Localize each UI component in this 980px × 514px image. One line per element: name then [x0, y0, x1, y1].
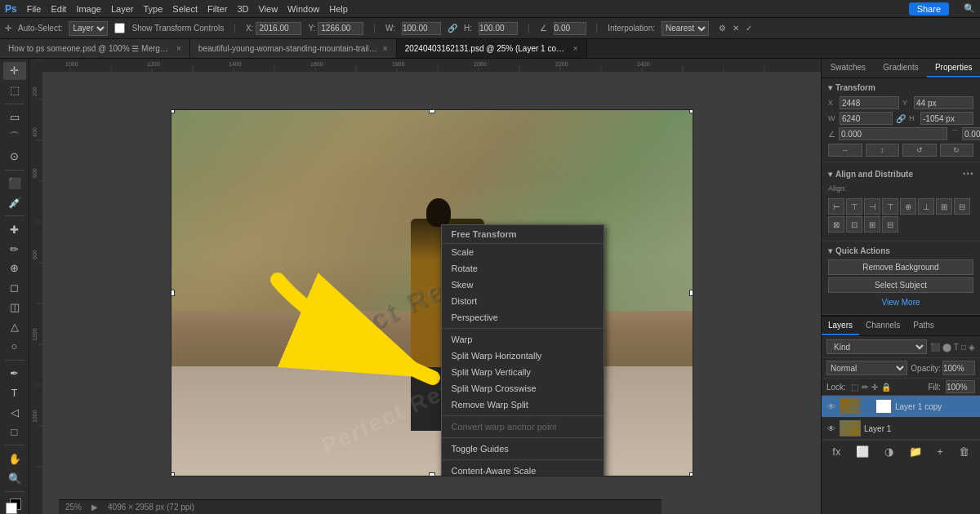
menu-split-warp-v[interactable]: Split Warp Vertically: [442, 364, 604, 380]
menu-edit[interactable]: Edit: [51, 4, 66, 14]
menu-rotate[interactable]: Rotate: [442, 260, 604, 277]
menu-file[interactable]: File: [27, 4, 42, 14]
crop-tool[interactable]: ⬛: [3, 174, 26, 192]
zoom-tool[interactable]: 🔍: [3, 469, 26, 487]
menu-toggle-guides[interactable]: Toggle Guides: [442, 441, 604, 457]
menu-split-warp-h[interactable]: Split Warp Horizontally: [442, 348, 604, 364]
tab-2[interactable]: 20240403162131.psd @ 25% (Layer 1 copy, …: [397, 39, 587, 59]
tab-1[interactable]: beautiful-young-woman-standing-mountain-…: [190, 39, 397, 59]
dist-center-v[interactable]: ⊞: [864, 216, 880, 233]
remove-bg-button[interactable]: Remove Background: [828, 259, 973, 275]
confirm-transform-icon[interactable]: ✓: [746, 24, 752, 33]
dist-right[interactable]: ⊠: [828, 216, 844, 233]
layer-item-copy[interactable]: 👁 Layer 1 copy: [822, 396, 980, 418]
dodge-tool[interactable]: ○: [3, 338, 26, 356]
new-group-btn[interactable]: 📁: [906, 444, 925, 459]
show-transform-checkbox[interactable]: [114, 23, 125, 33]
foreground-bg-color[interactable]: [3, 496, 26, 514]
tf-x-input[interactable]: [840, 96, 899, 109]
filter-smart-icon[interactable]: ◈: [969, 343, 975, 352]
interp-select[interactable]: Nearest: [662, 21, 709, 36]
tab-1-close[interactable]: ×: [383, 44, 388, 53]
menu-perspective[interactable]: Perspective: [442, 309, 604, 326]
link-icon[interactable]: 🔗: [448, 24, 457, 33]
menu-window[interactable]: Window: [287, 4, 319, 14]
select-subject-button[interactable]: Select Subject: [828, 277, 973, 293]
lock-all-icon[interactable]: 🔒: [881, 383, 891, 392]
align-collapse-icon[interactable]: ▾: [828, 170, 832, 179]
channels-tab[interactable]: Channels: [859, 317, 906, 335]
tab-swatches[interactable]: Swatches: [822, 59, 875, 78]
align-bottom[interactable]: ⊥: [918, 198, 934, 215]
tab-0[interactable]: How to ps someone.psd @ 100% ☰ Merge Pic…: [0, 39, 190, 59]
dist-bottom[interactable]: ⊟: [882, 216, 898, 233]
dist-top[interactable]: ⊡: [846, 216, 862, 233]
auto-select-select[interactable]: Layer: [69, 21, 108, 36]
menu-distort[interactable]: Distort: [442, 293, 604, 309]
menu-skew[interactable]: Skew: [442, 277, 604, 293]
y-input[interactable]: [318, 22, 363, 35]
filter-adj-icon[interactable]: ⬤: [942, 343, 951, 352]
new-fill-btn[interactable]: ◑: [881, 444, 897, 459]
align-center-v[interactable]: ⊕: [900, 198, 916, 215]
rotate-cw-btn[interactable]: ↻: [940, 144, 974, 157]
transform-collapse-icon[interactable]: ▾: [828, 83, 832, 92]
opacity-input[interactable]: [942, 361, 975, 375]
marquee-tool[interactable]: ▭: [3, 109, 26, 126]
add-style-btn[interactable]: fx: [829, 444, 844, 459]
menu-split-warp-c[interactable]: Split Warp Crosswise: [442, 380, 604, 397]
tab-gradients[interactable]: Gradients: [875, 59, 928, 78]
canvas[interactable]: Perfect Retouching Perfect Retouching: [171, 109, 693, 476]
layer-eye-copy[interactable]: 👁: [826, 401, 836, 411]
dist-center-h[interactable]: ⊟: [954, 198, 970, 215]
tf-skew-input[interactable]: [962, 127, 980, 140]
menu-image[interactable]: Image: [76, 4, 101, 14]
type-tool[interactable]: T: [3, 383, 26, 401]
lock-image-icon[interactable]: ✏: [862, 383, 868, 392]
tab-0-close[interactable]: ×: [176, 44, 181, 53]
fill-input[interactable]: [946, 380, 975, 393]
menu-scale[interactable]: Scale: [442, 244, 604, 260]
share-button[interactable]: Share: [909, 2, 949, 16]
menu-3d[interactable]: 3D: [237, 4, 248, 14]
menu-remove-warp[interactable]: Remove Warp Split: [442, 397, 604, 413]
filter-type-icon[interactable]: T: [954, 343, 959, 352]
flip-horizontal-btn[interactable]: ↔: [828, 144, 862, 157]
eyedropper-tool[interactable]: 💉: [3, 193, 26, 211]
menu-type[interactable]: Type: [144, 4, 163, 14]
layer-eye-orig[interactable]: 👁: [826, 423, 836, 433]
quick-select-tool[interactable]: ⊙: [3, 148, 26, 166]
path-tool[interactable]: ◁: [3, 403, 26, 421]
shape-tool[interactable]: □: [3, 423, 26, 441]
width-input[interactable]: [402, 22, 441, 35]
menu-view[interactable]: View: [258, 4, 278, 14]
delete-layer-btn[interactable]: 🗑: [956, 444, 973, 459]
warp-icon[interactable]: ⚙: [719, 24, 726, 33]
eraser-tool[interactable]: ◻: [3, 279, 26, 297]
clone-tool[interactable]: ⊕: [3, 259, 26, 277]
menu-select[interactable]: Select: [172, 4, 198, 14]
menu-layer[interactable]: Layer: [111, 4, 134, 14]
paths-tab[interactable]: Paths: [906, 317, 941, 335]
hand-tool[interactable]: ✋: [3, 450, 26, 467]
dist-left[interactable]: ⊞: [936, 198, 952, 215]
x-input[interactable]: [256, 22, 301, 35]
tf-angle-input[interactable]: [839, 127, 947, 140]
rotate-cc-btn[interactable]: ↺: [902, 144, 937, 157]
align-center-h[interactable]: ⊤: [846, 198, 862, 215]
layer-item-orig[interactable]: 👁 Layer 1: [822, 418, 980, 440]
menu-warp[interactable]: Warp: [442, 331, 604, 348]
brush-tool[interactable]: ✏: [3, 240, 26, 258]
tf-y-input[interactable]: [914, 96, 973, 109]
blur-tool[interactable]: △: [3, 318, 26, 336]
menu-convert-warp[interactable]: Convert warp anchor point: [442, 419, 604, 435]
height-input[interactable]: [479, 22, 518, 35]
filter-pixel-icon[interactable]: ⬛: [930, 343, 940, 352]
align-left[interactable]: ⊢: [828, 198, 844, 215]
tab-properties[interactable]: Properties: [927, 59, 980, 78]
canvas-area[interactable]: 1000 1200 1400 1600 1800 2000 2200 2400: [29, 59, 821, 514]
align-more-icon[interactable]: ⋯: [962, 167, 973, 180]
flip-vertical-btn[interactable]: ↕: [866, 144, 900, 157]
tab-2-close[interactable]: ×: [573, 44, 578, 53]
healing-tool[interactable]: ✚: [3, 220, 26, 238]
